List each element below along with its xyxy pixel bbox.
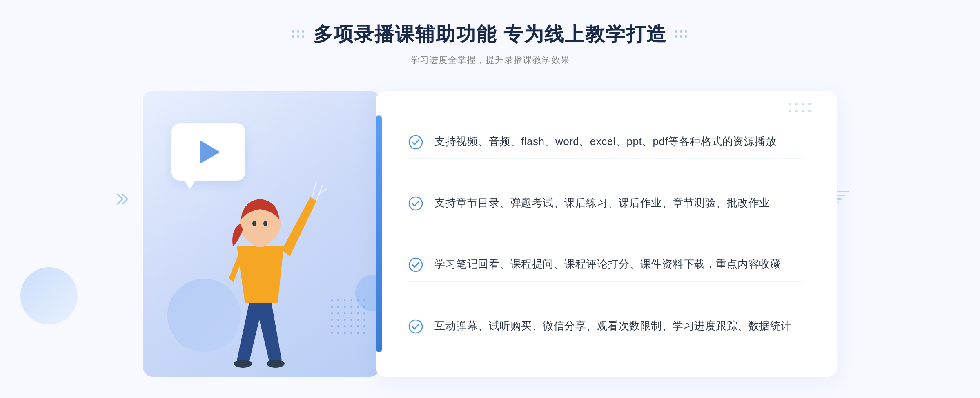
person-illustration [196, 148, 327, 377]
svg-point-9 [409, 136, 422, 149]
feature-text-2: 支持章节目录、弹题考试、课后练习、课后作业、章节测验、批改作业 [434, 195, 770, 212]
check-icon-2 [408, 196, 423, 211]
deco-dots-right [675, 30, 688, 38]
svg-point-12 [409, 320, 422, 333]
main-content-area: 支持视频、音频、flash、word、excel、ppt、pdf等各种格式的资源… [143, 91, 837, 377]
chevron-icons [114, 191, 131, 207]
svg-point-3 [263, 221, 267, 226]
check-icon-3 [408, 257, 423, 272]
svg-point-11 [409, 258, 422, 271]
feature-item-2: 支持章节目录、弹题考试、课后练习、课后作业、章节测验、批改作业 [408, 186, 804, 220]
feature-text-1: 支持视频、音频、flash、word、excel、ppt、pdf等各种格式的资源… [434, 133, 776, 150]
check-icon-1 [408, 135, 423, 150]
svg-point-10 [409, 197, 422, 210]
illustration-card [143, 91, 380, 377]
svg-point-5 [267, 360, 285, 368]
top-right-dots [789, 103, 813, 114]
header-section: 多项录播课辅助功能 专为线上教学打造 学习进度全掌握，提升录播课教学效果 [292, 21, 688, 66]
header-title-row: 多项录播课辅助功能 专为线上教学打造 [292, 21, 688, 47]
svg-point-4 [234, 360, 252, 368]
blue-deco-circle [20, 267, 78, 324]
left-chevron-decoration [114, 191, 131, 207]
page-title: 多项录播课辅助功能 专为线上教学打造 [313, 21, 666, 47]
feature-item-3: 学习笔记回看、课程提问、课程评论打分、课件资料下载，重点内容收藏 [408, 248, 804, 282]
feature-item-4: 互动弹幕、试听购买、微信分享、观看次数限制、学习进度跟踪、数据统计 [408, 309, 804, 343]
page-subtitle: 学习进度全掌握，提升录播课教学效果 [292, 54, 688, 66]
svg-line-8 [312, 181, 316, 197]
check-icon-4 [408, 319, 423, 334]
page-container: 多项录播课辅助功能 专为线上教学打造 学习进度全掌握，提升录播课教学效果 [0, 0, 980, 398]
features-card: 支持视频、音频、flash、word、excel、ppt、pdf等各种格式的资源… [376, 91, 837, 377]
deco-dots-left [292, 30, 305, 38]
feature-text-4: 互动弹幕、试听购买、微信分享、观看次数限制、学习进度跟踪、数据统计 [434, 318, 792, 335]
blue-accent-bar [376, 115, 382, 352]
feature-item-1: 支持视频、音频、flash、word、excel、ppt、pdf等各种格式的资源… [408, 125, 804, 159]
svg-point-2 [252, 221, 256, 226]
feature-text-3: 学习笔记回看、课程提问、课程评论打分、课件资料下载，重点内容收藏 [434, 256, 781, 273]
